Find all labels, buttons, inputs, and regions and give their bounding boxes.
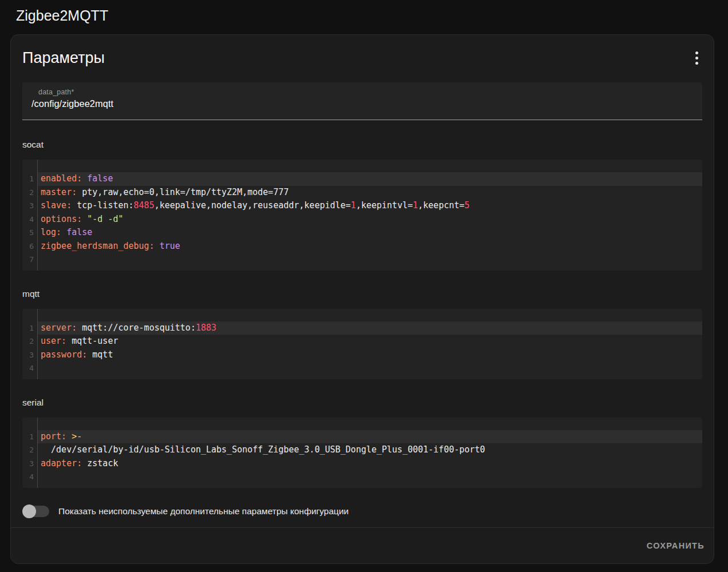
code-token-plain: ,keepcnt= [418,200,464,210]
code-token-key: slave: [41,200,77,210]
code-token-key: options: [41,214,87,224]
editor-gutter: 1234567 [22,160,38,271]
code-token-key: log: [41,227,66,237]
line-number: 6 [22,240,34,253]
code-line[interactable] [38,253,702,267]
code-token-num: 8485 [134,200,155,210]
section-label: mqtt [22,289,702,299]
code-line[interactable]: log: false [38,226,702,240]
line-number: 1 [22,172,34,186]
line-number: 2 [22,443,34,457]
code-token-key: adapter: [41,458,87,468]
code-token-num: 5 [465,200,470,210]
code-token-num: 1883 [196,323,216,333]
card-title: Параметры [22,47,105,68]
config-section-serial: serial 1234 port: >- /dev/serial/by-id/u… [22,398,702,488]
line-number: 4 [22,470,34,484]
code-token-key: enabled: [41,173,87,184]
code-token-num: 1 [413,200,418,210]
sections: socat 1234567 enabled: falsemaster: pty,… [22,140,702,488]
line-number: 2 [22,335,34,348]
code-token-plain: ,keepalive,nodelay,reuseaddr,keepidle= [155,200,351,210]
config-section-mqtt: mqtt 1234 server: mqtt://core-mosquitto:… [22,289,702,379]
card-header: Параметры [11,35,714,68]
code-line[interactable]: /dev/serial/by-id/usb-Silicon_Labs_Sonof… [38,443,702,457]
code-token-key: zigbee_herdsman_debug: [41,241,160,251]
overflow-menu-button[interactable] [687,47,706,68]
code-token-key: server: [41,323,82,333]
code-token-key: port: [41,431,72,442]
editor-content[interactable]: port: >- /dev/serial/by-id/usb-Silicon_L… [38,418,702,488]
line-number: 3 [22,457,34,471]
code-line[interactable]: server: mqtt://core-mosquitto:1883 [38,321,702,335]
section-label: socat [22,140,702,149]
code-line[interactable]: port: >- [38,430,702,444]
code-token-key: password: [41,349,92,360]
code-line[interactable]: user: mqtt-user [38,335,702,348]
advanced-options-toggle-row: Показать неиспользуемые дополнительные п… [22,505,702,518]
code-token-plain: mqtt-user [72,336,118,346]
code-editor[interactable]: 1234 server: mqtt://core-mosquitto:1883u… [22,309,702,379]
data-path-label: data_path* [38,88,693,96]
line-number: 4 [22,362,34,375]
code-token-bool: false [66,227,92,237]
card-footer: СОХРАНИТЬ [11,528,714,563]
page-title: Zigbee2MQTT [16,7,728,24]
code-line[interactable]: slave: tcp-listen:8485,keepalive,nodelay… [38,199,702,213]
editor-content[interactable]: server: mqtt://core-mosquitto:1883user: … [38,309,702,379]
toggle-thumb [22,505,36,518]
toggle-switch[interactable] [22,505,49,518]
code-editor[interactable]: 1234 port: >- /dev/serial/by-id/usb-Sili… [22,418,702,488]
code-token-num: 1 [351,200,356,210]
data-path-field[interactable]: data_path* [22,82,702,120]
save-button[interactable]: СОХРАНИТЬ [642,535,709,556]
line-number: 2 [22,186,34,200]
toggle-label: Показать неиспользуемые дополнительные п… [58,506,349,517]
code-token-plain: zstack [87,458,118,468]
line-number: 5 [22,226,34,240]
settings-card: Параметры data_path* socat 1234567 enabl… [10,34,714,564]
code-line[interactable]: zigbee_herdsman_debug: true [38,240,702,253]
line-number: 7 [22,253,34,267]
code-line[interactable]: enabled: false [38,172,702,186]
code-line[interactable]: options: "-d -d" [38,213,702,227]
code-token-key: user: [41,336,72,346]
code-token-key: master: [41,187,82,197]
line-number: 3 [22,199,34,213]
code-token-plain: pty,raw,echo=0,link=/tmp/ttyZ2M,mode=777 [82,187,288,197]
code-token-plain: tcp-listen: [77,200,133,210]
line-number: 4 [22,213,34,227]
data-path-input[interactable] [31,98,693,109]
code-token-plain: /dev/serial/by-id/usb-Silicon_Labs_Sonof… [41,444,485,455]
code-line[interactable]: master: pty,raw,echo=0,link=/tmp/ttyZ2M,… [38,186,702,200]
code-line[interactable]: password: mqtt [38,348,702,362]
editor-gutter: 1234 [22,418,38,488]
config-section-socat: socat 1234567 enabled: falsemaster: pty,… [22,140,702,271]
line-number: 1 [22,321,34,335]
code-editor[interactable]: 1234567 enabled: falsemaster: pty,raw,ec… [22,160,702,271]
code-token-plain: mqtt [92,349,113,360]
line-number: 1 [22,430,34,444]
section-label: serial [22,398,702,407]
code-token-bool: false [87,173,113,184]
code-token-plain: ,keepintvl= [356,200,413,210]
code-line[interactable] [38,362,702,375]
kebab-menu-icon [695,51,698,65]
editor-content[interactable]: enabled: falsemaster: pty,raw,echo=0,lin… [38,160,702,271]
code-line[interactable] [38,470,702,484]
line-number: 3 [22,348,34,362]
code-line[interactable]: adapter: zstack [38,457,702,471]
code-token-blockop: >- [72,431,82,442]
code-token-plain: mqtt://core-mosquitto: [82,323,196,333]
code-token-bool: true [160,241,180,251]
code-token-str: "-d -d" [87,214,123,224]
editor-gutter: 1234 [22,309,38,379]
card-body: data_path* socat 1234567 enabled: falsem… [11,68,714,528]
